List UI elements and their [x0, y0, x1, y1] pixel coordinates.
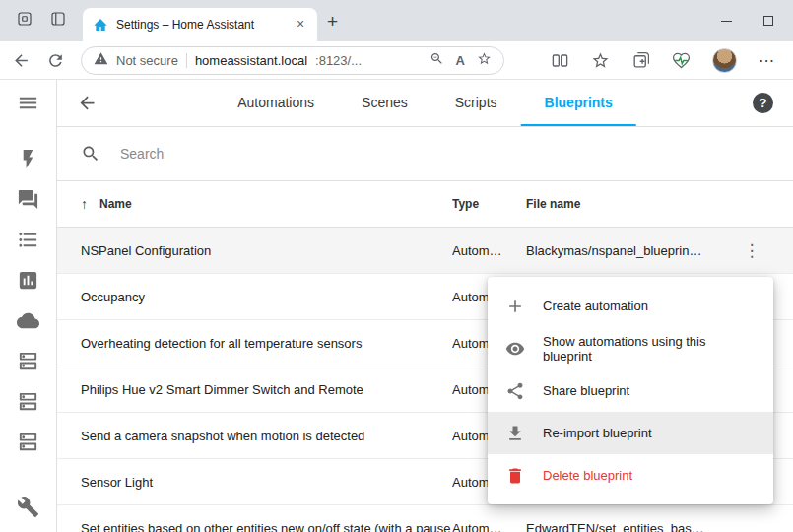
- row-type: Autom…: [452, 243, 526, 258]
- browser-back-icon[interactable]: [12, 51, 31, 70]
- favorite-star-icon[interactable]: [477, 51, 492, 69]
- header-file-name[interactable]: File name: [526, 197, 710, 211]
- sidebar-forum-icon[interactable]: [17, 188, 39, 211]
- sidebar-developer-tools-icon[interactable]: [17, 496, 39, 518]
- ha-sidebar: [0, 80, 57, 532]
- search-icon: [81, 144, 100, 164]
- row-name: Overheating detection for all temperatur…: [57, 336, 452, 351]
- sort-ascending-icon[interactable]: ↑: [81, 196, 88, 212]
- menu-item-reimport-blueprint[interactable]: Re-import blueprint: [488, 412, 773, 454]
- menu-item-create-automation[interactable]: Create automation: [488, 285, 773, 327]
- tab-scenes[interactable]: Scenes: [338, 80, 431, 126]
- sidebar-history-chart-icon[interactable]: [17, 269, 39, 292]
- ha-topbar: Automations Scenes Scripts Blueprints ?: [57, 80, 793, 127]
- row-name: Philips Hue v2 Smart Dimmer Switch and R…: [57, 382, 452, 397]
- row-type: Autom…: [452, 521, 526, 532]
- browser-addressbar: Not secure homeassistant.local :8123/...…: [0, 41, 793, 79]
- menu-item-label: Create automation: [543, 299, 648, 313]
- sidebar-server-icon-2[interactable]: [17, 390, 39, 413]
- profile-avatar[interactable]: [712, 48, 737, 73]
- url-host: homeassistant.local: [195, 53, 307, 68]
- read-aloud-icon[interactable]: A: [456, 53, 465, 68]
- menu-hamburger-icon[interactable]: [17, 92, 39, 114]
- url-bar[interactable]: Not secure homeassistant.local :8123/...…: [81, 46, 504, 75]
- favorites-icon[interactable]: [591, 51, 610, 70]
- zoom-out-icon[interactable]: [430, 51, 444, 69]
- row-overflow-menu-icon[interactable]: ⋮: [744, 241, 760, 260]
- menu-item-label: Share blueprint: [543, 383, 629, 398]
- security-label: Not secure: [116, 53, 178, 68]
- search-bar: [57, 127, 793, 181]
- tab-blueprints[interactable]: Blueprints: [521, 80, 636, 126]
- tab-close-icon[interactable]: ×: [292, 16, 309, 33]
- row-name: Send a camera snapshot when motion is de…: [57, 429, 452, 443]
- menu-item-share-blueprint[interactable]: Share blueprint: [488, 369, 773, 412]
- browser-tab-title: Settings – Home Assistant: [116, 18, 284, 32]
- browser-titlebar: Settings – Home Assistant × +: [0, 0, 793, 41]
- tab-actions-icon[interactable]: [49, 10, 67, 32]
- header-name[interactable]: Name: [99, 197, 132, 211]
- search-input[interactable]: [120, 146, 769, 162]
- table-header: ↑ Name Type File name: [57, 181, 793, 228]
- plus-icon: [505, 297, 525, 316]
- help-icon[interactable]: ?: [753, 93, 773, 113]
- share-icon: [505, 381, 525, 401]
- import-icon: [505, 424, 525, 443]
- url-divider: [186, 53, 187, 68]
- window-minimize-icon[interactable]: [721, 21, 732, 22]
- new-tab-icon[interactable]: +: [317, 11, 348, 41]
- menu-item-label: Delete blueprint: [543, 468, 632, 483]
- sidebar-cloud-icon[interactable]: [17, 309, 39, 332]
- split-screen-icon[interactable]: [551, 51, 569, 70]
- table-row[interactable]: NSPanel Configuration Autom… Blackymas/n…: [57, 228, 793, 274]
- row-name: NSPanel Configuration: [57, 243, 452, 258]
- row-name: Occupancy: [57, 290, 452, 304]
- browser-refresh-icon[interactable]: [46, 51, 65, 70]
- tab-automations[interactable]: Automations: [214, 80, 338, 126]
- sidebar-energy-icon[interactable]: [17, 148, 39, 170]
- browser-menu-icon[interactable]: ⋯: [759, 51, 775, 70]
- blueprint-context-menu: Create automation Show automations using…: [488, 277, 773, 504]
- row-name: Sensor Light: [57, 475, 452, 490]
- table-row[interactable]: Set entities based on other entities new…: [57, 505, 793, 532]
- delete-icon: [505, 466, 525, 486]
- sidebar-server-icon-3[interactable]: [17, 431, 39, 453]
- header-type[interactable]: Type: [452, 197, 526, 211]
- menu-item-label: Re-import blueprint: [543, 426, 652, 440]
- browser-essentials-icon[interactable]: [672, 51, 691, 70]
- home-assistant-favicon: [93, 17, 108, 33]
- sidebar-server-icon-1[interactable]: [17, 350, 39, 372]
- url-path: :8123/...: [315, 53, 362, 68]
- row-file: Blackymas/nspanel_blueprin…: [526, 243, 710, 258]
- menu-item-delete-blueprint[interactable]: Delete blueprint: [488, 454, 773, 497]
- eye-icon: [505, 339, 525, 359]
- menu-item-label: Show automations using this blueprint: [543, 334, 756, 364]
- menu-item-show-automations[interactable]: Show automations using this blueprint: [488, 327, 773, 369]
- not-secure-warning-icon[interactable]: [94, 51, 108, 69]
- row-file: EdwardTEN/set_entities_bas…: [526, 521, 710, 532]
- collections-icon[interactable]: [631, 51, 650, 70]
- sidebar-list-icon[interactable]: [17, 229, 39, 251]
- ha-back-icon[interactable]: [77, 93, 98, 113]
- ha-tab-bar: Automations Scenes Scripts Blueprints: [214, 80, 636, 126]
- workspaces-icon[interactable]: [16, 10, 33, 32]
- row-name: Set entities based on other entities new…: [57, 521, 452, 532]
- tab-scripts[interactable]: Scripts: [431, 80, 521, 126]
- browser-tab[interactable]: Settings – Home Assistant ×: [83, 8, 317, 41]
- window-maximize-icon[interactable]: [763, 16, 773, 26]
